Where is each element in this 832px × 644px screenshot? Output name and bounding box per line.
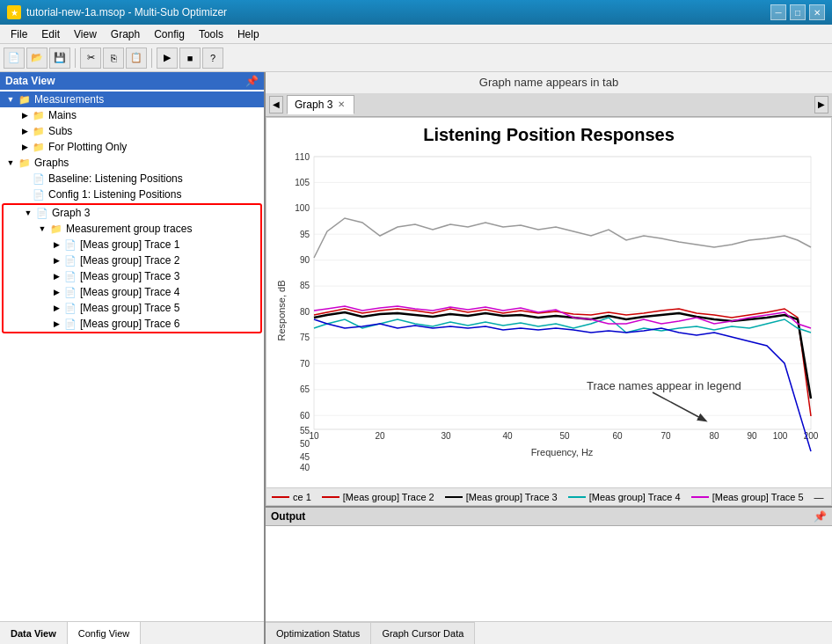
legend-line-trace1 xyxy=(272,496,289,498)
tab-graph3[interactable]: Graph 3 ✕ xyxy=(287,95,354,114)
expand-trace3[interactable]: ▶ xyxy=(49,269,63,283)
tree-item-trace4[interactable]: ▶ 📄 [Meas group] Trace 4 xyxy=(46,284,260,300)
tree-item-graph3[interactable]: ▼ 📄 Graph 3 xyxy=(18,205,260,221)
output-header: Output 📌 xyxy=(266,508,832,526)
tree-item-trace3[interactable]: ▶ 📄 [Meas group] Trace 3 xyxy=(46,268,260,284)
stop-button[interactable]: ■ xyxy=(179,48,201,69)
graph3-outline: ▼ 📄 Graph 3 ▼ 📁 Measurement group traces… xyxy=(2,203,262,333)
svg-text:70: 70 xyxy=(660,431,671,441)
menu-edit[interactable]: Edit xyxy=(34,26,67,42)
tab-nav-left[interactable]: ◀ xyxy=(269,96,283,113)
tree-label-mains: Mains xyxy=(48,109,77,121)
menu-graph[interactable]: Graph xyxy=(104,26,147,42)
svg-text:70: 70 xyxy=(300,359,310,369)
expand-mgtraces[interactable]: ▼ xyxy=(35,222,49,236)
paste-button[interactable]: 📋 xyxy=(126,48,147,69)
tree-label-mgtraces: Measurement group traces xyxy=(66,223,192,235)
output-pin[interactable]: 📌 xyxy=(814,510,827,523)
close-button[interactable]: ✕ xyxy=(809,4,825,20)
legend-label-trace3: [Meas group] Trace 3 xyxy=(466,492,558,502)
expand-measurements[interactable]: ▼ xyxy=(4,92,18,106)
tree-label-trace6: [Meas group] Trace 6 xyxy=(80,318,179,330)
help-button[interactable]: ? xyxy=(202,48,223,69)
expand-trace6[interactable]: ▶ xyxy=(49,317,63,331)
svg-text:80: 80 xyxy=(300,307,310,317)
svg-text:105: 105 xyxy=(295,178,310,187)
legend-item-trace1: ce 1 xyxy=(272,492,311,502)
menu-bar: File Edit View Graph Config Tools Help xyxy=(0,25,832,44)
toolbar: 📄 📂 💾 ✂ ⎘ 📋 ▶ ■ ? xyxy=(0,44,832,72)
menu-config[interactable]: Config xyxy=(147,26,192,42)
maximize-button[interactable]: □ xyxy=(790,4,806,20)
tree-label-trace3: [Meas group] Trace 3 xyxy=(80,270,179,282)
left-panel: Data View 📌 ▼ 📁 Measurements ▶ 📁 Mains ▶… xyxy=(0,72,266,644)
svg-text:20: 20 xyxy=(375,431,385,441)
tree-item-trace2[interactable]: ▶ 📄 [Meas group] Trace 2 xyxy=(46,252,260,268)
tree-item-config1[interactable]: 📄 Config 1: Listening Positions xyxy=(14,187,264,202)
svg-text:45: 45 xyxy=(300,452,310,462)
tab-bar: ◀ Graph 3 ✕ ▶ xyxy=(266,93,832,117)
expand-graph3[interactable]: ▼ xyxy=(21,206,35,220)
tree-item-measurements[interactable]: ▼ 📁 Measurements xyxy=(0,91,264,107)
tree-label-graphs: Graphs xyxy=(34,157,69,169)
tab-graph-cursor-data[interactable]: Graph Cursor Data xyxy=(371,622,475,644)
svg-text:30: 30 xyxy=(441,431,451,441)
tree-item-trace1[interactable]: ▶ 📄 [Meas group] Trace 1 xyxy=(46,237,260,252)
graph-title: Listening Position Responses xyxy=(266,118,831,149)
tree-area: ▼ 📁 Measurements ▶ 📁 Mains ▶ 📁 Subs ▶ 📁 … xyxy=(0,90,264,621)
folder-icon-mains: 📁 xyxy=(32,108,46,122)
graph-hint-text: Graph name appears in tab xyxy=(479,76,618,89)
tree-item-subs[interactable]: ▶ 📁 Subs xyxy=(14,123,264,139)
chart-svg: 110 105 100 95 90 85 80 75 70 65 60 55 xyxy=(270,152,824,478)
expand-trace4[interactable]: ▶ xyxy=(49,285,63,299)
svg-text:60: 60 xyxy=(300,411,310,421)
expand-forplotting[interactable]: ▶ xyxy=(18,140,32,154)
new-button[interactable]: 📄 xyxy=(4,48,25,69)
legend-line-trace2 xyxy=(322,496,339,498)
svg-text:50: 50 xyxy=(559,431,570,441)
tree-item-baseline[interactable]: 📄 Baseline: Listening Positions xyxy=(14,171,264,187)
tree-item-graphs[interactable]: ▼ 📁 Graphs xyxy=(0,155,264,171)
data-view-pin[interactable]: 📌 xyxy=(245,75,259,87)
folder-icon-graphs: 📁 xyxy=(18,156,32,170)
cut-button[interactable]: ✂ xyxy=(80,48,101,69)
expand-graphs[interactable]: ▼ xyxy=(4,156,18,170)
doc-icon-trace5: 📄 xyxy=(63,301,77,315)
tab-nav-right[interactable]: ▶ xyxy=(814,96,828,113)
expand-trace5[interactable]: ▶ xyxy=(49,301,63,315)
menu-file[interactable]: File xyxy=(4,26,34,42)
svg-text:85: 85 xyxy=(300,281,310,290)
title-bar: ★ tutorial-new-1a.msop - Multi-Sub Optim… xyxy=(0,0,832,25)
output-content xyxy=(266,526,832,621)
tree-item-trace6[interactable]: ▶ 📄 [Meas group] Trace 6 xyxy=(46,316,260,332)
graph-name-hint: Graph name appears in tab xyxy=(266,72,832,93)
legend-item-trace2: [Meas group] Trace 2 xyxy=(322,492,434,502)
tree-label-graph3: Graph 3 xyxy=(52,207,90,219)
tree-item-trace5[interactable]: ▶ 📄 [Meas group] Trace 5 xyxy=(46,300,260,316)
expand-mains[interactable]: ▶ xyxy=(18,108,32,122)
tab-optimization-status[interactable]: Optimization Status xyxy=(266,622,371,644)
play-button[interactable]: ▶ xyxy=(157,48,178,69)
doc-icon-trace2: 📄 xyxy=(63,253,77,267)
open-button[interactable]: 📂 xyxy=(26,48,47,69)
legend-overflow: — xyxy=(814,492,824,502)
doc-icon-trace3: 📄 xyxy=(63,269,77,283)
save-button[interactable]: 💾 xyxy=(49,48,70,69)
tree-item-mgtraces[interactable]: ▼ 📁 Measurement group traces xyxy=(32,221,260,237)
svg-text:Frequency, Hz: Frequency, Hz xyxy=(531,447,594,457)
menu-help[interactable]: Help xyxy=(230,26,266,42)
minimize-button[interactable]: ─ xyxy=(770,4,786,20)
tab-close-graph3[interactable]: ✕ xyxy=(336,99,347,110)
tree-item-forplotting[interactable]: ▶ 📁 For Plotting Only xyxy=(14,139,264,155)
expand-trace1[interactable]: ▶ xyxy=(49,238,63,252)
menu-view[interactable]: View xyxy=(67,26,104,42)
copy-button[interactable]: ⎘ xyxy=(103,48,124,69)
folder-icon-forplotting: 📁 xyxy=(32,140,46,154)
expand-trace2[interactable]: ▶ xyxy=(49,253,63,267)
tree-item-mains[interactable]: ▶ 📁 Mains xyxy=(14,107,264,123)
tab-data-view[interactable]: Data View xyxy=(0,622,68,644)
expand-subs[interactable]: ▶ xyxy=(18,124,32,138)
menu-tools[interactable]: Tools xyxy=(192,26,230,42)
tab-config-view[interactable]: Config View xyxy=(68,622,142,644)
legend-label-trace1: ce 1 xyxy=(293,492,311,502)
